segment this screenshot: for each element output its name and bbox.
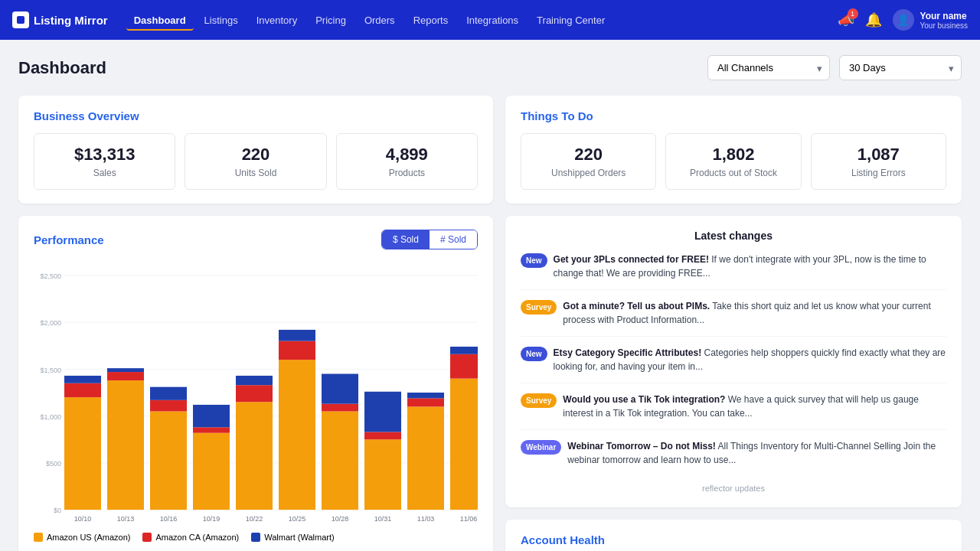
stat-value: $13,313 (47, 145, 162, 165)
nav-link-pricing[interactable]: Pricing (308, 10, 354, 31)
svg-rect-16 (107, 380, 144, 510)
svg-rect-25 (193, 427, 230, 432)
svg-rect-42 (364, 392, 401, 432)
user-text: Your name Your business (920, 11, 968, 30)
top-sections: Business Overview $13,313Sales220Units S… (18, 96, 962, 204)
lc-item: WebinarWebinar Tomorrow – Do not Miss! A… (521, 439, 946, 476)
business-stats: $13,313Sales220Units Sold4,899Products (34, 133, 478, 190)
account-health-title: Account Health (521, 533, 946, 546)
svg-text:10/16: 10/16 (160, 514, 177, 523)
svg-text:10/25: 10/25 (289, 514, 305, 523)
svg-text:$1,000: $1,000 (40, 412, 61, 421)
lc-text: Get your 3PLs connected for FREE! If we … (554, 253, 946, 280)
svg-rect-36 (322, 412, 358, 510)
lc-badge: New (521, 253, 547, 268)
perf-title: Performance (34, 233, 104, 246)
svg-text:$0: $0 (54, 506, 61, 514)
nav-link-orders[interactable]: Orders (357, 10, 403, 31)
bell-icon[interactable]: 🔔 (865, 11, 882, 28)
svg-text:$1,500: $1,500 (40, 365, 61, 373)
nav-link-dashboard[interactable]: Dashboard (126, 10, 194, 31)
svg-rect-24 (193, 433, 230, 510)
stat-label: Listing Errors (824, 168, 933, 178)
brand-logo[interactable]: Listing Mirror (12, 11, 108, 28)
stat-value: 4,899 (349, 145, 465, 165)
business-overview-title: Business Overview (34, 109, 478, 122)
todo-stats: 220Unshipped Orders1,802Products out of … (521, 133, 946, 190)
things-to-do-card: Things To Do 220Unshipped Orders1,802Pro… (505, 96, 962, 204)
lc-text: Webinar Tomorrow – Do not Miss! All Thin… (567, 439, 946, 467)
reflector-link: reflector updates (521, 482, 946, 494)
legend-dot (142, 533, 152, 542)
account-health: Account Health Overall HealthyUnpublishe… (505, 520, 962, 551)
stat-value: 1,087 (824, 145, 933, 165)
svg-rect-41 (364, 432, 401, 439)
svg-rect-17 (107, 372, 144, 380)
nav-link-integrations[interactable]: Integrations (459, 10, 526, 31)
svg-rect-13 (64, 383, 101, 397)
svg-rect-29 (236, 385, 273, 402)
channel-filter[interactable]: All Channels (707, 55, 830, 80)
period-filter[interactable]: 30 Days (839, 55, 962, 80)
nav-links: DashboardListingsInventoryPricingOrdersR… (126, 10, 838, 31)
chart-svg: $2,500$2,000$1,500$1,000$500$010/1010/13… (34, 259, 478, 527)
brand-icon (12, 11, 29, 28)
stat-label: Unshipped Orders (534, 168, 643, 178)
nav-link-inventory[interactable]: Inventory (249, 10, 305, 31)
period-filter-wrap: 30 Days (839, 55, 962, 80)
user-business: Your business (920, 21, 968, 30)
svg-rect-28 (236, 402, 273, 510)
main-content: Dashboard All Channels 30 Days Business … (0, 40, 980, 551)
svg-text:11/06: 11/06 (460, 514, 477, 523)
svg-rect-22 (150, 387, 187, 400)
svg-rect-21 (150, 400, 187, 412)
svg-text:$2,000: $2,000 (40, 318, 61, 327)
channel-filter-wrap: All Channels (707, 55, 830, 80)
svg-rect-37 (322, 404, 358, 412)
lc-item: SurveyWould you use a Tik Tok integratio… (521, 393, 946, 430)
svg-text:10/28: 10/28 (332, 514, 348, 523)
latest-changes-title: Latest changes (521, 230, 946, 242)
navbar-right: 📣 1 🔔 👤 Your name Your business (838, 9, 968, 31)
stat-label: Products out of Stock (678, 168, 788, 178)
svg-rect-48 (450, 379, 478, 510)
svg-rect-40 (364, 439, 401, 510)
lc-badge: New (521, 347, 547, 361)
lc-items-container: NewGet your 3PLs connected for FREE! If … (521, 253, 946, 476)
svg-rect-44 (407, 406, 444, 510)
svg-rect-33 (279, 341, 315, 360)
page-title: Dashboard (18, 58, 106, 78)
header-controls: All Channels 30 Days (707, 55, 962, 80)
stat-value: 220 (534, 145, 643, 165)
user-info[interactable]: 👤 Your name Your business (893, 9, 968, 31)
stat-label: Sales (47, 168, 162, 178)
legend-label: Amazon CA (Amazon) (155, 533, 239, 542)
lc-item: NewEtsy Category Specific Attributes! Ca… (521, 346, 946, 383)
megaphone-icon[interactable]: 📣 1 (838, 11, 854, 28)
legend-item: Amazon US (Amazon) (34, 533, 130, 542)
user-avatar: 👤 (893, 9, 914, 31)
svg-rect-50 (450, 347, 478, 354)
toggle-buttons: $ Sold # Sold (381, 230, 478, 249)
sold-units-btn[interactable]: # Sold (430, 230, 477, 249)
stat-label: Units Sold (198, 168, 313, 178)
lc-item: SurveyGot a minute? Tell us about PIMs. … (521, 299, 946, 337)
lc-text: Would you use a Tik Tok integration? We … (563, 393, 946, 420)
svg-rect-32 (279, 360, 315, 510)
sold-dollar-btn[interactable]: $ Sold (382, 230, 430, 249)
reflector-updates-link[interactable]: reflector updates (702, 484, 765, 493)
chart-area: $2,500$2,000$1,500$1,000$500$010/1010/13… (34, 259, 478, 527)
lc-item: NewGet your 3PLs connected for FREE! If … (521, 253, 946, 290)
todo-stat-products-out-of-stock: 1,802Products out of Stock (665, 133, 801, 190)
stat-value: 220 (198, 145, 313, 165)
nav-link-training-center[interactable]: Training Center (529, 10, 612, 31)
todo-stat-listing-errors: 1,087Listing Errors (811, 133, 946, 190)
nav-link-reports[interactable]: Reports (406, 10, 456, 31)
lc-badge: Survey (521, 393, 557, 408)
svg-rect-26 (193, 405, 230, 427)
page-header: Dashboard All Channels 30 Days (18, 55, 962, 80)
svg-rect-46 (407, 393, 444, 398)
nav-link-listings[interactable]: Listings (197, 10, 246, 31)
lc-badge: Survey (521, 300, 557, 315)
legend-item: Walmart (Walmart) (251, 533, 334, 542)
